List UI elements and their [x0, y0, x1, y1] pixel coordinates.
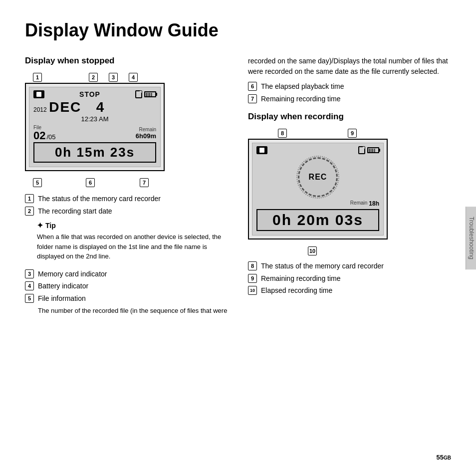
file-sep: /05 [46, 133, 55, 141]
rec-circle: REC [298, 157, 338, 197]
item-1-badge: 1 [25, 194, 34, 203]
item-1: 1 The status of the memory card recorder [25, 194, 228, 204]
item-8: 8 The status of the memory card recorder [248, 261, 451, 271]
rec-status-icon-recording [256, 146, 267, 154]
display-year: 2012 [33, 106, 47, 113]
file-info-desc: The number of the recorded file (in the … [38, 306, 228, 316]
tip-title: ✦ Tip [37, 221, 228, 230]
right-column: recorded on the same day)/Displays the t… [248, 56, 451, 320]
item-6: 6 The elapsed playback time [248, 82, 451, 92]
recording-display: REC Remain 18h 0h 20m 03s [248, 139, 388, 239]
item-7-text: Remaining recording time [261, 94, 341, 104]
callout-5-bottom: 5 [33, 178, 42, 187]
item-3: 3 Memory card indicator [25, 269, 228, 279]
tip-text: When a file that was recorded on another… [37, 232, 228, 261]
item-1-text: The status of the memory card recorder [38, 194, 161, 204]
rec-battery-bar-4 [376, 149, 378, 152]
item-3-text: Memory card indicator [38, 269, 107, 279]
rec-memory-card-icon [358, 146, 365, 154]
rec-battery-bar-3 [374, 149, 376, 152]
page-num-value: 55 [437, 454, 444, 461]
item-7: 7 Remaining recording time [248, 94, 451, 104]
item-3-badge: 3 [25, 269, 34, 278]
page-num-suffix: GB [444, 455, 451, 461]
rec-remain-label: Remain [350, 200, 367, 207]
stopped-display: STOP 2012 DEC [25, 83, 165, 171]
callout-1-top: 1 [33, 73, 42, 82]
display-time: 12:23 AM [33, 115, 156, 123]
recording-heading: Display when recording [248, 112, 451, 122]
item-2-text: The recording start date [38, 207, 112, 217]
bottom-callout-labels: 5 6 7 [31, 178, 161, 189]
display-top-row: STOP [33, 90, 156, 98]
item-7-badge: 7 [248, 94, 257, 103]
page-number: 55GB [437, 454, 451, 461]
callout-8-top: 8 [278, 129, 287, 138]
rec-bottom-callout-labels: 10 [248, 246, 388, 257]
stopped-display-inner: STOP 2012 DEC [29, 87, 161, 167]
item-9: 9 Remaining recording time [248, 274, 451, 284]
battery-bar-3 [151, 93, 153, 96]
item-4: 4 Battery indicator [25, 281, 228, 291]
item-8-badge: 8 [248, 261, 257, 270]
right-desc-top: recorded on the same day)/Displays the t… [248, 56, 451, 77]
callout-6-bottom: 6 [86, 178, 95, 187]
callout-3-top: 3 [109, 73, 118, 82]
item-2: 2 The recording start date [25, 207, 228, 217]
battery-bar-2 [148, 93, 150, 96]
display-big-date: DEC 4 [49, 99, 105, 115]
rec-remain-row: Remain 18h [256, 200, 379, 207]
tip-icon: ✦ [37, 221, 43, 230]
remain-info: Remain 6h09m [136, 127, 156, 140]
display-day: 4 [96, 99, 105, 115]
item-6-text: The elapsed playback time [261, 82, 344, 92]
tip-label: Tip [45, 222, 56, 230]
stopped-heading: Display when stopped [25, 56, 228, 66]
item-10: 10 Elapsed recording time [248, 286, 451, 296]
rec-label: REC [309, 173, 327, 182]
file-num: 02 [33, 130, 45, 141]
stop-label: STOP [79, 90, 100, 98]
item-10-text: Elapsed recording time [261, 286, 332, 296]
item-6-badge: 6 [248, 82, 257, 91]
playback-time-value: 0h 15m 23s [55, 145, 135, 160]
callout-9-top: 9 [348, 129, 357, 138]
spacer [309, 146, 317, 154]
rec-display-top-row [256, 146, 379, 154]
tip-box: ✦ Tip When a file that was recorded on a… [37, 221, 228, 261]
rec-battery-icon [367, 147, 379, 153]
rec-elapsed-time-value: 0h 20m 03s [272, 212, 363, 228]
rec-icons-right [358, 146, 379, 154]
file-numbers: 02 /05 [33, 130, 56, 141]
callout-4-top: 4 [129, 73, 138, 82]
item-4-text: Battery indicator [38, 281, 88, 291]
callout-2-top: 2 [89, 73, 98, 82]
icons-right [135, 90, 156, 98]
rec-battery-bar-2 [371, 149, 373, 152]
display-file-row: File 02 /05 Remain 6h09m [33, 125, 156, 141]
item-5-text: File information [38, 294, 86, 304]
battery-bar-1 [146, 93, 148, 96]
top-callout-labels: 1 2 3 4 [25, 73, 165, 83]
page-title: Display Window Guide [25, 20, 451, 41]
display-date-area: 2012 DEC 4 [33, 99, 156, 115]
battery-icon [144, 91, 156, 97]
rec-display-inner: REC Remain 18h 0h 20m 03s [252, 143, 384, 236]
remain-time: 6h09m [136, 132, 156, 140]
item-5: 5 File information [25, 294, 228, 304]
memory-card-icon [135, 90, 142, 98]
playback-time-display: 0h 15m 23s [33, 142, 156, 163]
sidebar-troubleshooting-tab: Troubleshooting [466, 207, 476, 269]
remain-label: Remain [136, 127, 156, 132]
display-month: DEC [49, 99, 81, 115]
rec-circle-area: REC [256, 157, 379, 197]
rec-inner-icon [259, 148, 264, 153]
rec-top-callout-labels: 8 9 [248, 129, 388, 139]
rec-elapsed-time-display: 0h 20m 03s [256, 209, 379, 231]
item-9-badge: 9 [248, 274, 257, 283]
rec-status-icon [33, 90, 44, 98]
rec-battery-bar-1 [369, 149, 371, 152]
recording-section: Display when recording 8 9 [248, 112, 451, 296]
battery-bar-4 [153, 93, 155, 96]
callout-7-bottom: 7 [140, 178, 149, 187]
